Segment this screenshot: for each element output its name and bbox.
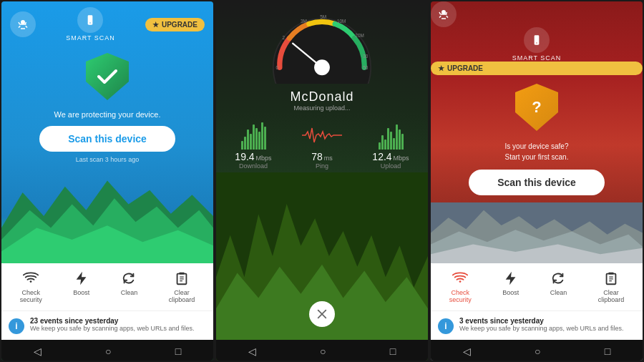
back-btn-1[interactable]: ◁: [34, 346, 42, 357]
speedometer-area: 0 2 3M 5M 10M 20M 30 50 McDonald Measuri…: [216, 1, 428, 121]
home-btn-1[interactable]: ○: [105, 346, 111, 357]
svg-point-0: [21, 20, 25, 24]
bar-u4: [387, 128, 389, 150]
download-stat: 19.4 Mbps Download: [220, 121, 287, 170]
svg-text:5M: 5M: [320, 14, 326, 19]
bar-u7: [396, 124, 398, 150]
last-scan-text: Last scan 3 hours ago: [76, 156, 140, 163]
shield-green: [84, 52, 130, 104]
phone-icon-1: [77, 7, 103, 33]
boost-1[interactable]: Boost: [73, 270, 89, 303]
bar-u8: [399, 129, 401, 150]
clear-clipboard-3[interactable]: Clearclipboard: [598, 270, 625, 303]
bar-d7: [258, 132, 260, 150]
bar-u1: [379, 142, 381, 150]
nav-bar-3: ◁ ○ □: [431, 340, 643, 361]
top-bar-1: SMART SCAN ★ UPGRADE: [1, 1, 213, 44]
upgrade-button-3[interactable]: ★ UPGRADE: [431, 62, 643, 75]
recent-btn-1[interactable]: □: [175, 346, 181, 357]
events-bar-1: i 23 events since yesterday We keep you …: [1, 310, 213, 340]
bar-d1: [241, 141, 243, 150]
boost-3[interactable]: Boost: [502, 270, 519, 303]
bar-u5: [390, 132, 392, 150]
star-icon-3: ★: [438, 64, 444, 72]
home-btn-2[interactable]: ○: [320, 346, 326, 357]
recent-btn-3[interactable]: □: [605, 346, 610, 357]
svg-text:50: 50: [363, 65, 369, 70]
upgrade-label-1: UPGRADE: [162, 21, 197, 29]
bar-d4: [250, 134, 252, 150]
svg-point-30: [536, 42, 537, 43]
ping-value: 78: [311, 151, 323, 162]
upload-unit: Mbps: [394, 155, 409, 162]
screen3-main: ? Is your device safe?Start your first s…: [431, 75, 643, 200]
upload-label: Upload: [381, 162, 401, 170]
sync-icon-3: [550, 270, 566, 286]
check-security-1[interactable]: Checksecurity: [20, 270, 42, 303]
close-icon-2: [316, 308, 328, 320]
clipboard-icon-3: [603, 270, 619, 286]
clear-clipboard-label-1: Clearclipboard: [169, 289, 195, 303]
svg-point-2: [90, 22, 91, 23]
bar-u6: [393, 138, 395, 150]
screen3-phone: SMART SCAN ★ UPGRADE ?: [431, 1, 643, 361]
screen1-phone: SMART SCAN ★ UPGRADE: [1, 1, 213, 361]
back-btn-2[interactable]: ◁: [248, 346, 256, 357]
events-bold-3: 3 events since yesterday: [459, 317, 623, 325]
check-security-3[interactable]: Checksecurity: [449, 270, 472, 303]
screens-container: SMART SCAN ★ UPGRADE: [0, 0, 644, 362]
scan-button-3[interactable]: Scan this device: [469, 170, 605, 195]
svg-text:3M: 3M: [301, 19, 307, 24]
clean-1[interactable]: Clean: [121, 270, 138, 303]
safe-text-3: Is your device safe?Start your first sca…: [505, 141, 569, 162]
top-bar-3: SMART SCAN ★ UPGRADE: [431, 1, 643, 75]
screen2-phone: 0 2 3M 5M 10M 20M 30 50 McDonald Measuri…: [216, 1, 428, 361]
ping-label: Ping: [316, 162, 328, 170]
events-sub-3: We keep you safe by scanning apps, web U…: [459, 325, 623, 332]
ping-value-row: 78 ms: [311, 150, 333, 162]
svg-text:30: 30: [363, 54, 369, 59]
svg-text:0: 0: [275, 65, 278, 70]
close-button-2[interactable]: [309, 301, 335, 327]
landscape-svg-3: [431, 202, 643, 263]
phone-svg-3: [531, 34, 542, 46]
protecting-text: We are protecting your device.: [54, 110, 161, 119]
star-icon-1: ★: [152, 21, 159, 29]
screen-title-3: SMART SCAN: [431, 54, 643, 62]
shield-svg-3: ?: [514, 82, 560, 132]
landscape-1: [1, 169, 213, 263]
back-btn-3[interactable]: ◁: [463, 346, 471, 357]
download-chart: [220, 121, 287, 150]
bar-d5: [253, 124, 255, 150]
clear-clipboard-1[interactable]: Clearclipboard: [169, 270, 195, 303]
clean-3[interactable]: Clean: [550, 270, 567, 303]
info-icon-3: i: [438, 318, 454, 334]
bar-u9: [401, 134, 404, 150]
smart-scan-label-3: SMART SCAN: [431, 27, 643, 62]
scan-button-1[interactable]: Scan this device: [39, 126, 175, 152]
nav-bar-1: ◁ ○ □: [1, 340, 213, 361]
ping-stat: 78 ms Ping: [288, 121, 356, 170]
bug-icon[interactable]: [10, 11, 36, 37]
home-btn-3[interactable]: ○: [535, 346, 540, 357]
bar-d3: [247, 129, 249, 150]
recent-btn-2[interactable]: □: [390, 346, 396, 357]
smart-scan-label-1: SMART SCAN: [66, 7, 115, 41]
svg-text:?: ?: [532, 98, 541, 116]
bar-d2: [244, 137, 246, 150]
bug-icon-3[interactable]: [431, 1, 457, 27]
svg-point-36: [459, 280, 462, 283]
ping-chart: [288, 121, 356, 150]
events-text-1: 23 events since yesterday We keep you sa…: [30, 317, 194, 332]
nav-bar-2: ◁ ○ □: [216, 340, 428, 361]
events-bar-3: i 3 events since yesterday We keep you s…: [431, 310, 643, 340]
bar-d9: [264, 127, 266, 150]
stats-row: 19.4 Mbps Download 78 ms Ping: [216, 121, 428, 170]
upgrade-button-1[interactable]: ★ UPGRADE: [145, 18, 205, 31]
wifi-icon-3: [452, 270, 468, 286]
quick-actions-3: Checksecurity Boost Clean: [431, 263, 643, 310]
ping-unit: ms: [324, 155, 333, 162]
download-value-row: 19.4 Mbps: [235, 150, 271, 162]
download-unit: Mbps: [256, 155, 272, 162]
landscape-2: [216, 172, 428, 340]
